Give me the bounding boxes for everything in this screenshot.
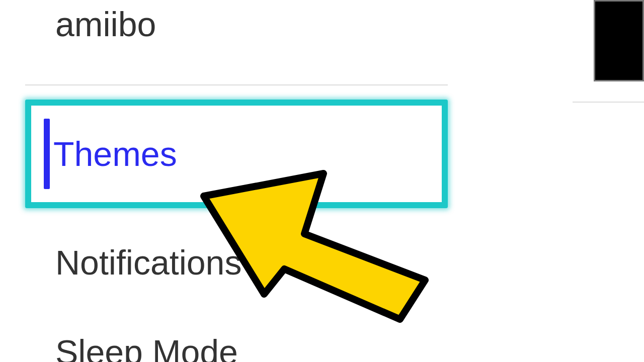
menu-item-notifications[interactable]: Notifications: [25, 213, 448, 311]
sidebar-menu: amiibo Themes Notifications Sleep Mode: [25, 0, 448, 362]
menu-item-sleep-mode[interactable]: Sleep Mode: [25, 311, 448, 362]
menu-item-label: Sleep Mode: [55, 332, 238, 362]
menu-item-label: Themes: [53, 134, 177, 173]
menu-item-themes[interactable]: Themes: [25, 100, 448, 208]
menu-item-label: Notifications: [55, 243, 242, 282]
menu-item-label: amiibo: [55, 5, 156, 44]
divider-line: [573, 102, 644, 103]
selection-indicator: [44, 119, 50, 189]
dark-panel: [594, 0, 644, 81]
menu-item-amiibo[interactable]: amiibo: [25, 0, 448, 85]
